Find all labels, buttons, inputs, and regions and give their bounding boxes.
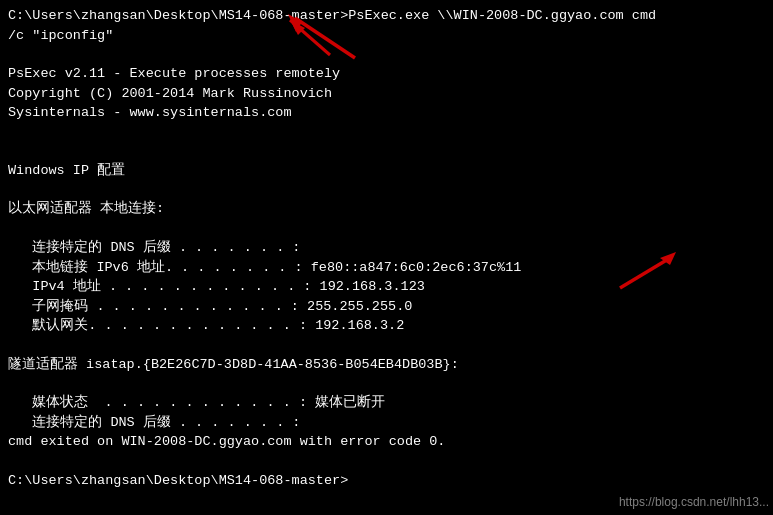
dns-suffix: 连接特定的 DNS 后缀 . . . . . . . : xyxy=(8,238,765,258)
sysinternals: Sysinternals - www.sysinternals.com xyxy=(8,103,765,123)
copyright: Copyright (C) 2001-2014 Mark Russinovich xyxy=(8,84,765,104)
subnet-mask: 子网掩码 . . . . . . . . . . . . : 255.255.2… xyxy=(8,297,765,317)
dns-suffix2: 连接特定的 DNS 后缀 . . . . . . . : xyxy=(8,413,765,433)
default-gw: 默认网关. . . . . . . . . . . . . : 192.168.… xyxy=(8,316,765,336)
cmd-exit: cmd exited on WIN-2008-DC.ggyao.com with… xyxy=(8,432,765,452)
watermark: https://blog.csdn.net/lhh13... xyxy=(619,495,769,509)
ipv4-addr: IPv4 地址 . . . . . . . . . . . . : 192.16… xyxy=(8,277,765,297)
blank1 xyxy=(8,45,765,64)
windows-ip: Windows IP 配置 xyxy=(8,161,765,181)
blank7 xyxy=(8,374,765,393)
tunnel-adapter: 隧道适配器 isatap.{B2E26C7D-3D8D-41AA-8536-B0… xyxy=(8,355,765,375)
prompt: C:\Users\zhangsan\Desktop\MS14-068-maste… xyxy=(8,471,765,491)
blank8 xyxy=(8,452,765,471)
media-state: 媒体状态 . . . . . . . . . . . . : 媒体已断开 xyxy=(8,393,765,413)
blank5 xyxy=(8,219,765,238)
blank4 xyxy=(8,180,765,199)
blank3 xyxy=(8,142,765,161)
cmd-line1: C:\Users\zhangsan\Desktop\MS14-068-maste… xyxy=(8,6,765,26)
adapter-header: 以太网适配器 本地连接: xyxy=(8,199,765,219)
blank2 xyxy=(8,123,765,142)
ipv6-addr: 本地链接 IPv6 地址. . . . . . . . : fe80::a847… xyxy=(8,258,765,278)
cmd-line2: /c "ipconfig" xyxy=(8,26,765,46)
terminal-window: C:\Users\zhangsan\Desktop\MS14-068-maste… xyxy=(0,0,773,515)
psexec-version: PsExec v2.11 - Execute processes remotel… xyxy=(8,64,765,84)
blank6 xyxy=(8,336,765,355)
